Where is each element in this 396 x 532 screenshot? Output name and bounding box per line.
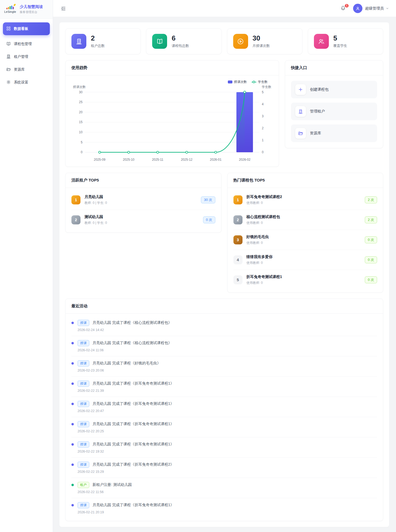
list-item-info: 月亮幼儿园 教师: 0 | 学生: 0 (84, 195, 107, 205)
sidebar-item-settings[interactable]: 系统设置 (0, 76, 53, 88)
svg-text:0: 0 (81, 150, 83, 154)
hot-packages-card: 热门课程包 TOP5 1 折耳兔奇奇测试课程2 使用教师: 0 2 次 2 核心… (227, 173, 383, 293)
svg-text:15: 15 (79, 120, 83, 124)
list-item: 1 折耳兔奇奇测试课程2 使用教师: 0 2 次 (233, 190, 377, 210)
count-badge: 0 次 (365, 276, 377, 283)
card-title: 热门课程包 TOP5 (228, 173, 383, 188)
play-circle-icon (233, 34, 248, 49)
rank-badge: 1 (233, 195, 243, 204)
book-open-icon (152, 34, 167, 49)
logo-bars-icon (6, 5, 14, 9)
list-item-info: 折耳兔奇奇测试课程2 使用教师: 0 (247, 195, 282, 205)
sidebar-item-course-packages[interactable]: 课程包管理 (0, 38, 53, 50)
person-icon (355, 6, 360, 11)
folder-icon (6, 67, 11, 72)
svg-text:2025-11: 2025-11 (152, 158, 163, 162)
list-item: 3 好饿的毛毛虫 使用教师: 0 0 次 (233, 230, 377, 250)
sidebar-item-dashboard[interactable]: 数据看板 (3, 22, 50, 35)
list-item: 2 测试幼儿园 教师: 0 | 学生: 0 0 次 (71, 210, 215, 230)
activity-row: 授课 月亮幼儿园 完成了课程《核心流程测试课程包》 (71, 340, 377, 346)
app-root: LeSingle 少儿智慧阅读 服务管理后台 数据看板 课程包管理 租户管理 (0, 0, 396, 532)
notification-badge: 5 (344, 3, 349, 8)
activity-item: 授课 月亮幼儿园 完成了课程《好饿的毛毛虫》 2026-02-23 20:06 (71, 356, 377, 377)
building-icon (71, 34, 86, 49)
stat-label: 课程包总数 (172, 43, 189, 48)
chart-legend[interactable]: 授课次数 学生数 (69, 79, 275, 84)
list-item-info: 测试幼儿园 教师: 0 | 学生: 0 (84, 215, 107, 225)
activity-text: 月亮幼儿园 完成了课程《折耳兔奇奇测试课程1》 (92, 401, 174, 406)
logo-text: LeSingle (4, 10, 16, 13)
activity-dot-icon (71, 504, 74, 506)
stat-card-course-packages: 6 课程包总数 (146, 28, 221, 54)
sidebar-item-label: 租户管理 (14, 54, 28, 59)
activity-dot-icon (71, 322, 74, 324)
card-title: 使用趋势 (66, 61, 279, 75)
activity-time: 2026-02-22 20:25 (78, 429, 377, 433)
stat-body: 6 课程包总数 (172, 34, 189, 48)
dashboard-panel: 2 租户总数 6 课程包总数 (59, 22, 389, 527)
chevron-down-icon[interactable] (386, 7, 389, 10)
stat-body: 30 月授课次数 (253, 34, 270, 48)
quick-entry-resources[interactable]: 资源库 (291, 124, 377, 142)
avatar[interactable] (353, 4, 362, 13)
stat-card-tenants: 2 租户总数 (65, 28, 141, 54)
activity-tag: 授课 (78, 401, 89, 407)
svg-text:2026-01: 2026-01 (210, 158, 222, 162)
activity-text: 月亮幼儿园 完成了课程《核心流程测试课程包》 (92, 320, 172, 325)
stat-label: 租户总数 (91, 43, 105, 48)
item-name: 折耳兔奇奇测试课程1 (247, 275, 282, 279)
line-legend-marker-icon (252, 81, 256, 83)
stat-label: 月授课次数 (253, 43, 270, 48)
stat-label: 覆盖学生 (333, 43, 347, 48)
count-badge: 0 次 (365, 236, 377, 243)
activity-text: 月亮幼儿园 完成了课程《折耳兔奇奇测试课程1》 (92, 381, 174, 386)
svg-text:3: 3 (262, 114, 264, 118)
topbar-right: 5 超级管理员 (340, 4, 389, 13)
list-item-info: 折耳兔奇奇测试课程1 使用教师: 0 (247, 275, 282, 285)
building-icon (6, 54, 11, 60)
card-title: 最近活动 (66, 299, 383, 314)
legend-item-lessons[interactable]: 授课次数 (228, 80, 247, 84)
activity-time: 2026-02-24 11:06 (78, 348, 377, 352)
activity-time: 2026-02-23 20:06 (78, 369, 377, 372)
activity-row: 授课 月亮幼儿园 完成了课程《好饿的毛毛虫》 (71, 360, 377, 366)
activity-row: 授课 月亮幼儿园 完成了课程《核心流程测试课程包》 (71, 320, 377, 326)
activity-item: 授课 月亮幼儿园 完成了课程《核心流程测试课程包》 2026-02-24 11:… (71, 336, 377, 356)
sidebar-item-tenants[interactable]: 租户管理 (0, 51, 53, 63)
list-item: 2 核心流程测试课程包 使用教师: 0 2 次 (233, 210, 377, 230)
sidebar-collapse-button[interactable] (60, 5, 67, 12)
quick-entry-card: 快捷入口 创建课程包 管理租户 (285, 60, 383, 148)
rank-badge: 5 (233, 275, 243, 284)
svg-text:20: 20 (79, 110, 83, 114)
svg-text:10: 10 (79, 130, 83, 134)
activity-time: 2026-02-22 19:32 (78, 450, 377, 453)
svg-text:5: 5 (81, 140, 83, 144)
list-item-info: 核心流程测试课程包 使用教师: 0 (247, 215, 280, 225)
notification-bell-button[interactable]: 5 (340, 5, 347, 12)
activity-item: 授课 月亮幼儿园 完成了课程《折耳兔奇奇测试课程1》 2026-02-22 20… (71, 417, 377, 437)
activity-item: 授课 月亮幼儿园 完成了课程《折耳兔奇奇测试课程1》 2026-02-22 19… (71, 437, 377, 458)
quick-entry-create-package[interactable]: 创建课程包 (291, 81, 377, 98)
stat-card-students: 5 覆盖学生 (308, 28, 383, 54)
activity-text: 月亮幼儿园 完成了课程《折耳兔奇奇测试课程2》 (92, 462, 174, 467)
item-meta: 使用教师: 0 (247, 261, 273, 265)
svg-text:25: 25 (79, 100, 83, 104)
legend-item-students[interactable]: 学生数 (252, 80, 268, 84)
item-name: 测试幼儿园 (84, 215, 107, 219)
activity-text: 月亮幼儿园 完成了课程《核心流程测试课程包》 (92, 341, 172, 345)
activity-tag: 授课 (78, 502, 89, 508)
main-area: 5 超级管理员 2 (53, 0, 396, 532)
quick-entry-manage-tenants[interactable]: 管理租户 (291, 103, 377, 120)
item-name: 猜猜我有多爱你 (247, 255, 273, 259)
svg-text:学生数: 学生数 (262, 85, 272, 89)
list-item: 1 月亮幼儿园 教师: 0 | 学生: 0 30 次 (71, 190, 215, 210)
item-meta: 使用教师: 0 (247, 221, 280, 225)
sidebar-item-resources[interactable]: 资源库 (0, 63, 53, 76)
activity-text: 月亮幼儿园 完成了课程《好饿的毛毛虫》 (92, 361, 161, 366)
user-name[interactable]: 超级管理员 (365, 6, 384, 11)
activity-time: 2026-02-22 21:39 (78, 389, 377, 393)
usage-trend-card: 使用趋势 授课次数 学生数 0510152025300123452025-092… (65, 60, 279, 167)
stat-body: 2 租户总数 (91, 34, 105, 48)
activity-row: 授课 月亮幼儿园 完成了课程《折耳兔奇奇测试课程2》 (71, 462, 377, 468)
activity-item: 租户 新租户注册: 测试幼儿园 2026-02-22 11:56 (71, 478, 377, 498)
